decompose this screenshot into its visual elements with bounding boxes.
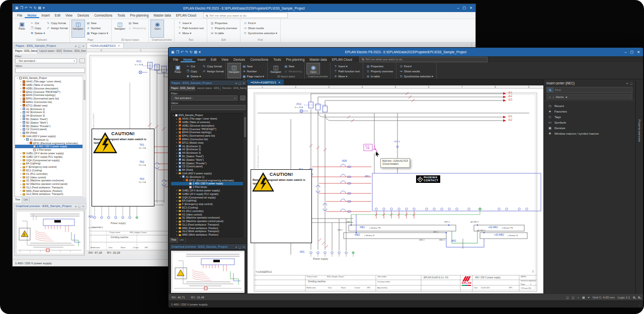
graphical-preview[interactable]: [171, 250, 245, 293]
tree-expander[interactable]: ▸: [20, 196, 22, 197]
tree-expander[interactable]: ▸: [20, 179, 22, 182]
window-button[interactable]: ✕: [469, 6, 472, 10]
tree-expander[interactable]: ▸: [176, 199, 178, 202]
tree-item[interactable]: ▸S2 (Machine operation control panel): [15, 182, 85, 186]
ribbon-button[interactable]: #Number: [87, 26, 108, 30]
tree-item[interactable]: ▸F (Emergency-stop control): [15, 165, 85, 169]
tree-item[interactable]: ▸EC1 (Cooling): [171, 206, 246, 210]
insert-center-search[interactable]: [546, 87, 632, 93]
tree-expander[interactable]: ▸: [20, 97, 22, 100]
tree-expander[interactable]: ▸: [176, 131, 178, 134]
tree-expander[interactable]: ▸: [176, 213, 178, 216]
panel-header-icon[interactable]: ◻: [78, 204, 80, 208]
tree-expander[interactable]: ▸: [20, 104, 22, 107]
tree-item[interactable]: ▸A4 (Enclosure 3): [171, 151, 246, 155]
tree-expander[interactable]: ▸: [176, 162, 178, 164]
close-icon[interactable]: ✕: [278, 81, 281, 84]
panel-header-icon[interactable]: ◻: [238, 245, 241, 249]
dock-tab[interactable]: Devices - ESS_Sample_...: [221, 86, 247, 91]
tellme-input[interactable]: [209, 14, 285, 17]
ribbon-tab[interactable]: File: [15, 13, 25, 18]
qat-icon[interactable]: ❐: [20, 6, 23, 10]
tree-item[interactable]: ▸MM3 (Work workpiece: Position): [171, 237, 246, 237]
filter-browse-button[interactable]: ...: [240, 95, 246, 100]
tree-scrollbar[interactable]: [243, 113, 246, 237]
zoom-in-icon[interactable]: [633, 296, 635, 298]
insert-center-item[interactable]: ❖Window macros / symbol macros: [544, 131, 635, 136]
grid-icon[interactable]: ▦: [582, 295, 585, 299]
tree-item[interactable]: ▸A2 (Enclosure 2): [15, 111, 85, 114]
dock-tab[interactable]: Devices - ESS_Sample_...: [62, 49, 87, 54]
tree-item[interactable]: ▸EC1 (Cooling): [15, 169, 85, 172]
dock-tab[interactable]: Layout space - ESS_Sa...: [195, 86, 221, 91]
ribbon-button[interactable]: ⊞In table: [366, 74, 393, 78]
tree-item[interactable]: ▸GAB1 (24 V device power supply): [171, 189, 246, 192]
crosshair-icon[interactable]: +: [577, 296, 579, 299]
tree-list-tab[interactable]: Tree: [170, 238, 178, 243]
ribbon-button[interactable]: ⊤Path function text: [334, 69, 360, 73]
ribbon-tab[interactable]: Devices: [75, 13, 92, 18]
ribbon-big-button[interactable]: ◫Navigator: [227, 63, 241, 78]
tree-expander[interactable]: ▸: [20, 176, 22, 178]
ribbon-button[interactable]: ▤New: [128, 21, 146, 25]
tree-item[interactable]: ▸B4 (Field): [171, 168, 246, 172]
tree-item[interactable]: ▸ETC1 (Model view): [15, 103, 85, 107]
insert-center-find-input[interactable]: [553, 88, 632, 91]
tree-expander[interactable]: ▸: [20, 183, 22, 185]
ribbon-tab[interactable]: Master data: [307, 57, 329, 62]
ribbon-button[interactable]: ✐Assign format: [46, 26, 68, 30]
filter-browse-button[interactable]: ...: [79, 58, 85, 63]
insert-center-item[interactable]: ◷Recent: [544, 103, 635, 109]
tree-expander[interactable]: ▸: [176, 210, 178, 212]
tree-expander[interactable]: ▾: [179, 175, 182, 178]
tree-item[interactable]: ▸ETC1 (Model view): [171, 141, 246, 144]
tree-expander[interactable]: ▸: [20, 166, 22, 168]
tree-item[interactable]: ▸GL1 (Feed workpiece: Transport): [15, 186, 85, 189]
ribbon-tab[interactable]: EPLAN Cloud: [174, 13, 199, 18]
tree-item[interactable]: ▸GQA (Compressed air supply): [171, 195, 246, 199]
ribbon-button[interactable]: ❐Copy: [186, 69, 201, 73]
tree-expander[interactable]: ▸: [20, 155, 22, 158]
ribbon-tab[interactable]: File: [171, 57, 181, 62]
ribbon-button[interactable]: ⊤Path function text: [178, 26, 204, 30]
title-bar[interactable]: ▣❐↶↷↻▤▾ EPLAN Electric P8 2023 - E:\EPLA…: [169, 48, 643, 56]
tree-item[interactable]: ▸S2 (Machine operation control panel): [171, 220, 246, 223]
tree-expander[interactable]: ▸: [176, 145, 178, 147]
panel-header-icon[interactable]: ✕: [82, 44, 85, 48]
tree-item[interactable]: 1 400 / 230 V power supply: [15, 145, 85, 148]
tree-item[interactable]: ▸EFA2 (Overview "PROFINET"): [15, 90, 85, 93]
tree-item[interactable]: ▸EA (Lighting): [15, 162, 85, 165]
tree-item[interactable]: ▸A1 (Enclosure 1): [15, 107, 85, 111]
insert-center-item[interactable]: ◇Tags: [544, 114, 635, 120]
tree-item[interactable]: ▸GL1 (Feed workpiece: Transport): [171, 223, 246, 227]
qat-icon[interactable]: ▣: [15, 6, 19, 10]
window-button[interactable]: ✕: [637, 50, 640, 54]
ribbon-button[interactable]: TInsert ▾: [334, 64, 360, 68]
tree-expander[interactable]: ▸: [176, 169, 178, 171]
insert-center-item[interactable]: ▣Devices: [544, 125, 635, 131]
tree-expander[interactable]: ▸: [20, 121, 22, 124]
panel-header-icon[interactable]: ▾: [235, 81, 237, 85]
qat-icon[interactable]: ↶: [25, 6, 28, 10]
value-input[interactable]: [171, 105, 246, 110]
tree-expander[interactable]: ▸: [20, 172, 22, 175]
tree-expander[interactable]: ▸: [176, 158, 178, 161]
tree-item[interactable]: ▸K1 (PLC controller): [171, 209, 246, 213]
ribbon-button[interactable]: ▥Properties: [210, 21, 237, 25]
tree-expander[interactable]: ▸: [176, 189, 178, 191]
tree-expander[interactable]: ▸: [176, 121, 178, 123]
tree-item[interactable]: ▸MM1 (Feed workpiece: Position): [15, 189, 85, 192]
window-button[interactable]: –: [625, 50, 627, 54]
tree-item[interactable]: ▾GAA (400 V power supply): [171, 172, 246, 175]
ribbon-button[interactable]: ✖Delete ▾: [186, 74, 201, 78]
tree-item[interactable]: ▸GAB1 (24 V device power supply): [15, 152, 85, 155]
filter-combo[interactable]: - Not activated -▾: [171, 95, 237, 100]
insert-center-item[interactable]: ★Favorites: [544, 109, 635, 114]
tree-expander[interactable]: ▸: [176, 124, 178, 127]
dock-tab[interactable]: Pages - ESS_Sample_P...: [14, 49, 38, 54]
pin-icon[interactable]: ◻: [630, 81, 632, 85]
tree-list-tab[interactable]: Tree: [14, 197, 22, 202]
qat-icon[interactable]: ❐: [176, 50, 179, 54]
schematic-canvas-front[interactable]: Protected by copyright. Passing on as we…: [248, 89, 543, 293]
chevron-down-icon[interactable]: ▾: [588, 295, 590, 299]
